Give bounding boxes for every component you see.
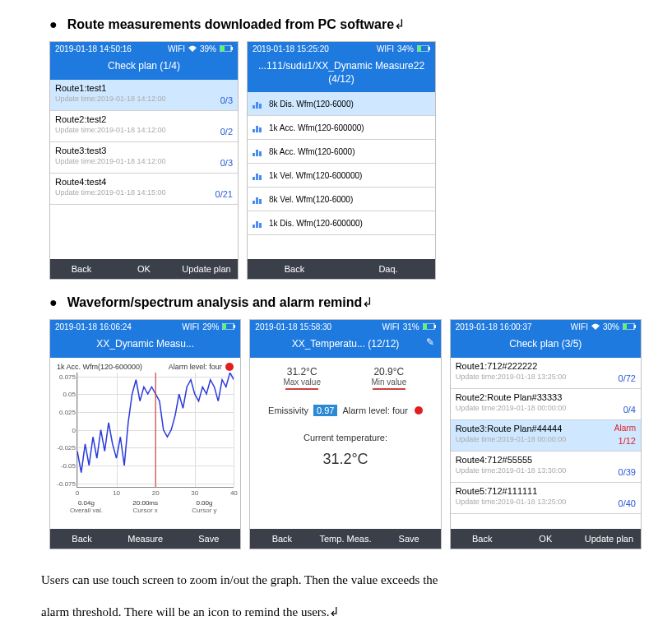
route-title: Route1:712#222222 (456, 361, 619, 371)
footer-button-daq-[interactable]: Daq. (341, 259, 435, 279)
svg-rect-15 (623, 324, 627, 329)
min-temp-label: Min value (345, 378, 433, 387)
route-count: 1/12 (619, 436, 636, 447)
footer-bar: BackOKUpdate plan (50, 259, 238, 279)
wfm-label: 1k Vel. Wfm(120-600000) (269, 171, 362, 180)
svg-rect-8 (223, 324, 226, 329)
footer-button-back[interactable]: Back (248, 259, 341, 279)
bars-icon (253, 123, 264, 132)
footer-button-update-plan[interactable]: Update plan (175, 259, 238, 279)
chart-body[interactable]: 1k Acc. Wfm(120-600000) Alarm level: fou… (50, 358, 240, 529)
emissivity-label: Emissivity (268, 405, 308, 415)
route-row[interactable]: Route2:Route Plan#33333Update time:2019-… (451, 389, 641, 420)
route-row[interactable]: Route4:test4Update time:2019-01-18 14:15… (50, 174, 238, 205)
footer-button-back[interactable]: Back (250, 529, 313, 549)
footer-button-measure[interactable]: Measure (114, 529, 177, 549)
svg-rect-5 (418, 46, 421, 51)
wfm-row[interactable]: 1k Dis. Wfm(120-600000) (248, 211, 435, 235)
route-count: 0/4 (623, 405, 636, 416)
temperature-body: 31.2°C Max value 20.9°C Min value Emissi… (250, 358, 440, 529)
footer-button-temp-meas-[interactable]: Temp. Meas. (313, 529, 377, 549)
route-update-time: Update time:2019-01-18 13:25:00 (456, 498, 619, 506)
status-bar: 2019-01-18 16:06:24 WIFI 29% (50, 320, 240, 333)
screen-title: XX_Temperatu... (12/12) (292, 338, 400, 350)
cursor-y-label: Cursor y (175, 507, 234, 514)
route-title: Route4:test4 (55, 177, 215, 187)
route-title: Route2:Route Plan#33333 (456, 392, 623, 402)
footer-bar: BackMeasureSave (50, 529, 240, 549)
wfm-row[interactable]: 8k Vel. Wfm(120-6000) (248, 188, 435, 211)
route-title: Route3:Route Plan#44444 (456, 424, 619, 433)
route-row[interactable]: Route2:test2Update time:2019-01-18 14:12… (50, 111, 238, 142)
route-title: Route3:test3 (55, 146, 220, 155)
battery-icon (623, 323, 636, 330)
route-count: 0/40 (619, 498, 636, 510)
svg-rect-1 (231, 47, 233, 50)
bullet-icon: ● (49, 16, 58, 33)
footer-button-ok[interactable]: OK (514, 529, 577, 549)
title-bar: XX_Temperatu... (12/12) ✎ (250, 333, 440, 358)
route-row[interactable]: Route3:test3Update time:2019-01-18 14:12… (50, 142, 238, 174)
bars-icon (253, 146, 264, 156)
footer-button-update-plan[interactable]: Update plan (577, 529, 641, 549)
route-list[interactable]: Route1:test1Update time:2019-01-18 14:12… (50, 80, 238, 259)
route-row[interactable]: Route5:712#111111Update time:2019-01-18 … (451, 483, 641, 514)
alarm-dot-icon (415, 406, 423, 415)
battery-pct: 31% (403, 322, 419, 331)
wfm-list[interactable]: 8k Dis. Wfm(120-6000)1k Acc. Wfm(120-600… (248, 92, 435, 259)
battery-icon (423, 323, 436, 330)
bars-icon (253, 170, 264, 180)
status-time: 2019-01-18 16:06:24 (55, 322, 132, 331)
footer-button-ok[interactable]: OK (113, 259, 175, 279)
footer-button-save[interactable]: Save (177, 529, 240, 549)
chart-signal-label: 1k Acc. Wfm(120-600000) (57, 363, 142, 371)
route-list[interactable]: Route1:712#222222Update time:2019-01-18 … (451, 358, 641, 529)
current-temp-value: 31.2°C (258, 451, 432, 468)
footer-button-back[interactable]: Back (50, 529, 114, 549)
status-time: 2019-01-18 14:50:16 (55, 44, 132, 53)
route-count: 0/3 (220, 158, 233, 169)
footer-button-back[interactable]: Back (50, 259, 113, 279)
route-title: Route2:test2 (55, 114, 220, 124)
screen-title: Check plan (1/4) (108, 60, 180, 72)
svg-rect-12 (424, 324, 427, 329)
wfm-row[interactable]: 1k Acc. Wfm(120-600000) (248, 116, 435, 140)
title-bar: XX_Dynamic Measu... (50, 333, 240, 358)
cursor-x-value: 20:00ms (116, 499, 175, 507)
bars-icon (253, 194, 264, 204)
wifi-icon (188, 45, 197, 52)
route-row[interactable]: Route1:712#222222Update time:2019-01-18 … (451, 358, 641, 389)
wfm-label: 1k Dis. Wfm(120-600000) (269, 219, 363, 228)
route-count: 0/21 (215, 189, 233, 201)
footer-button-back[interactable]: Back (451, 529, 514, 549)
wfm-row[interactable]: 1k Vel. Wfm(120-600000) (248, 164, 435, 188)
route-update-time: Update time:2019-01-18 14:15:00 (55, 188, 215, 197)
bars-icon (253, 99, 264, 109)
section-heading-1: Route measurements downloaded from PC so… (67, 16, 405, 32)
phone-check-plan-1: 2019-01-18 14:50:16 WIFI 39% Check plan … (49, 41, 239, 280)
footer-bar: BackTemp. Meas.Save (250, 529, 440, 549)
alarm-badge: Alarm (614, 424, 636, 433)
route-title: Route1:test1 (55, 83, 220, 93)
route-row[interactable]: Route4:712#55555Update time:2019-01-18 1… (451, 452, 641, 483)
route-count: 0/39 (619, 467, 636, 479)
max-temp-value: 31.2°C (258, 366, 345, 378)
wfm-row[interactable]: 8k Acc. Wfm(120-6000) (248, 140, 435, 164)
route-update-time: Update time:2019-01-18 14:12:00 (55, 95, 220, 103)
screen-title: XX_Dynamic Measu... (96, 338, 194, 350)
route-row[interactable]: Route1:test1Update time:2019-01-18 14:12… (50, 80, 238, 111)
battery-icon (417, 45, 430, 52)
route-row[interactable]: Route3:Route Plan#44444Update time:2019-… (451, 420, 641, 452)
waveform-chart[interactable]: 0.0750.050.0250-0.025-0.05-0.07501020304… (76, 373, 234, 488)
battery-pct: 39% (200, 44, 216, 53)
edit-icon[interactable]: ✎ (426, 336, 434, 350)
svg-rect-2 (220, 46, 225, 51)
svg-rect-4 (429, 47, 430, 50)
max-temp-label: Max value (258, 378, 345, 387)
status-bar: 2019-01-18 14:50:16 WIFI 39% (50, 42, 238, 55)
wifi-label: WIFI (571, 322, 588, 331)
min-temp-value: 20.9°C (345, 366, 433, 378)
footer-button-save[interactable]: Save (378, 529, 441, 549)
wfm-row[interactable]: 8k Dis. Wfm(120-6000) (248, 92, 435, 116)
emissivity-value[interactable]: 0.97 (313, 405, 337, 416)
